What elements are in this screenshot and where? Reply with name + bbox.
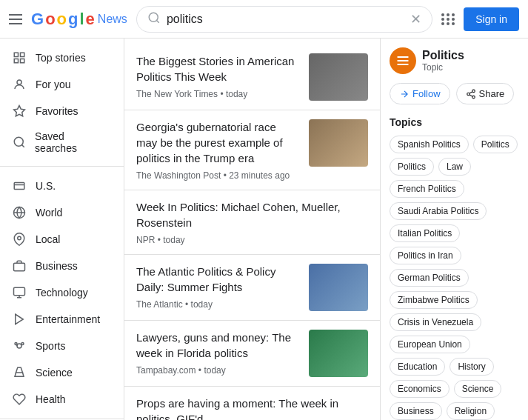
sidebar-label-favorites: Favorites [36, 105, 78, 117]
logo-news: News [98, 13, 127, 26]
technology-icon [12, 285, 27, 300]
article-text-5: Lawyers, guns and money: The week in Flo… [136, 330, 300, 377]
article-source-4: The Atlantic [136, 299, 183, 310]
topic-chip-science[interactable]: Science [454, 380, 502, 398]
for-you-icon [12, 77, 27, 92]
topic-chip-european-union[interactable]: European Union [390, 336, 470, 353]
politics-subtitle: Topic [422, 62, 464, 73]
topic-chip-german-politics[interactable]: German Politics [390, 269, 469, 287]
sidebar-item-top-stories[interactable]: Top stories [0, 44, 118, 71]
topic-chip-religion[interactable]: Religion [447, 402, 495, 420]
topic-chip-french-politics[interactable]: French Politics [390, 180, 464, 198]
sidebar: Top stories For you Favorites Saved sear… [0, 39, 124, 420]
sidebar-item-science[interactable]: Science [0, 359, 118, 386]
search-icon [147, 11, 161, 27]
topic-chip-history[interactable]: History [450, 358, 493, 376]
sidebar-item-business[interactable]: Business [0, 253, 118, 279]
article-image-5 [309, 330, 368, 377]
article-text-1: The Biggest Stories in American Politics… [136, 53, 300, 101]
sidebar-item-saved-searches[interactable]: Saved searches [0, 124, 118, 160]
share-button[interactable]: Share [456, 83, 515, 104]
article-card-5[interactable]: Lawyers, guns and money: The week in Flo… [124, 321, 380, 387]
article-card-6[interactable]: Props are having a moment: The week in p… [124, 387, 380, 420]
svg-rect-16 [14, 287, 25, 296]
topic-chip-law[interactable]: Law [438, 158, 471, 176]
topic-chip-saudi-politics[interactable]: Saudi Arabia Politics [390, 202, 487, 220]
sidebar-item-entertainment[interactable]: Entertainment [0, 306, 118, 333]
article-source-3: NPR [136, 235, 155, 245]
article-text-6: Props are having a moment: The week in p… [136, 396, 368, 420]
svg-rect-4 [14, 59, 18, 63]
article-time-2: 23 minutes ago [229, 170, 290, 181]
logo-g2: g [68, 10, 78, 29]
follow-button[interactable]: Follow [390, 83, 450, 104]
politics-header: Politics Topic [390, 47, 519, 74]
topic-chip-business[interactable]: Business [390, 402, 442, 420]
svg-point-24 [472, 90, 475, 93]
topic-chip-zimbabwe-politics[interactable]: Zimbabwe Politics [390, 291, 478, 309]
article-meta-1: The New York Times • today [136, 89, 300, 99]
main-layout: Top stories For you Favorites Saved sear… [0, 39, 528, 420]
sidebar-item-us[interactable]: U.S. [0, 173, 118, 199]
topic-chip-italian-politics[interactable]: Italian Politics [390, 224, 460, 242]
world-icon [12, 205, 27, 220]
topic-chip-politics-iran[interactable]: Politics in Iran [390, 247, 461, 264]
svg-line-1 [156, 20, 158, 22]
article-time-1: today [226, 89, 247, 99]
article-text-2: Georgia's gubernatorial race may be the … [136, 119, 300, 181]
local-icon [12, 232, 27, 247]
sidebar-item-health[interactable]: Health [0, 386, 118, 413]
topics-section: Topics Spanish Politics Politics Politic… [390, 116, 519, 420]
search-input[interactable] [167, 13, 410, 26]
sidebar-label-technology: Technology [36, 287, 88, 299]
sidebar-item-technology[interactable]: Technology [0, 279, 118, 306]
apps-icon[interactable] [441, 13, 455, 25]
logo-e: e [86, 10, 95, 29]
right-panel: Politics Topic Follow Share Topics Spani… [380, 39, 528, 420]
sidebar-item-local[interactable]: Local [0, 226, 118, 253]
signin-button[interactable]: Sign in [464, 7, 519, 31]
article-card-4[interactable]: The Atlantic Politics & Policy Daily: Su… [124, 255, 380, 321]
favorites-icon [12, 104, 27, 119]
logo-o2: o [57, 10, 67, 29]
sidebar-item-world[interactable]: World [0, 199, 118, 226]
politics-title: Politics [422, 49, 464, 62]
sidebar-label-for-you: For you [36, 79, 70, 90]
menu-icon[interactable] [9, 14, 22, 24]
science-icon [12, 365, 27, 380]
article-title-5: Lawyers, guns and money: The week in Flo… [136, 330, 300, 361]
svg-point-26 [472, 96, 475, 99]
article-source-5: Tampabay.com [136, 365, 196, 376]
topic-chip-economics[interactable]: Economics [390, 380, 450, 398]
article-title-1: The Biggest Stories in American Politics… [136, 53, 300, 84]
svg-rect-5 [21, 59, 24, 63]
saved-searches-icon [12, 135, 26, 150]
header: GoogleNews ✕ Sign in [0, 0, 528, 39]
article-image-4 [309, 264, 368, 311]
article-meta-3: NPR • today [136, 235, 368, 245]
svg-point-6 [17, 80, 21, 84]
business-icon [12, 259, 27, 273]
svg-rect-3 [21, 53, 24, 56]
clear-icon[interactable]: ✕ [410, 11, 421, 27]
topic-chip-education[interactable]: Education [390, 358, 445, 376]
svg-line-27 [469, 94, 472, 96]
article-card-1[interactable]: The Biggest Stories in American Politics… [124, 44, 380, 110]
svg-point-25 [467, 93, 469, 96]
sidebar-item-sports[interactable]: Sports [0, 333, 118, 359]
article-card-2[interactable]: Georgia's gubernatorial race may be the … [124, 110, 380, 190]
topics-section-title: Topics [390, 116, 519, 128]
article-text-4: The Atlantic Politics & Policy Daily: Su… [136, 264, 300, 311]
article-card-3[interactable]: Week In Politics: Michael Cohen, Mueller… [124, 190, 380, 255]
sidebar-label-us: U.S. [36, 180, 56, 192]
top-stories-icon [12, 50, 27, 65]
svg-point-14 [18, 236, 21, 240]
topic-chip-spanish-politics[interactable]: Spanish Politics [390, 136, 469, 153]
sidebar-item-for-you[interactable]: For you [0, 71, 118, 98]
article-dot-4: • [185, 299, 191, 310]
topic-chip-politics-2[interactable]: Politics [390, 158, 434, 176]
sports-icon [12, 339, 27, 353]
sidebar-item-favorites[interactable]: Favorites [0, 98, 118, 124]
topic-chip-crisis-venezuela[interactable]: Crisis in Venezuela [390, 313, 481, 331]
topic-chip-politics[interactable]: Politics [473, 136, 518, 153]
